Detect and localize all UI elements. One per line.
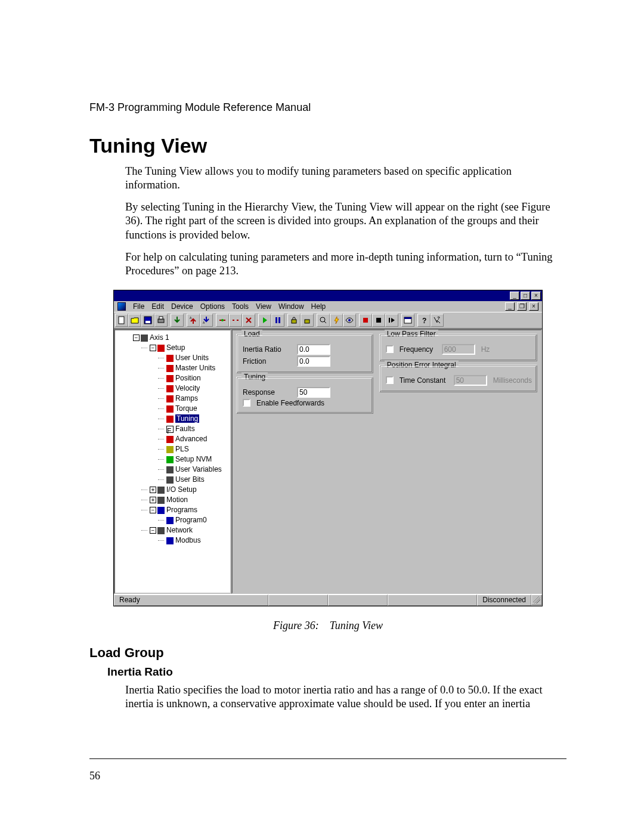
menu-help[interactable]: Help	[311, 302, 326, 311]
tree-item[interactable]: PLS	[175, 445, 189, 453]
pause-icon[interactable]	[271, 314, 284, 327]
mdi-restore-icon[interactable]: ❐	[517, 302, 527, 311]
modbus-icon	[166, 537, 174, 544]
close-icon[interactable]: ×	[531, 292, 541, 300]
stop-icon[interactable]	[372, 314, 385, 327]
friction-input[interactable]	[297, 356, 330, 367]
program-icon	[166, 517, 174, 524]
collapse-icon[interactable]: −	[133, 335, 140, 341]
menu-window[interactable]: Window	[278, 302, 304, 311]
tree-setup[interactable]: Setup	[166, 343, 185, 352]
tree-io[interactable]: I/O Setup	[166, 485, 197, 494]
tree-item[interactable]: Torque	[175, 404, 197, 413]
frequency-input	[442, 344, 475, 355]
upload-arrow-icon[interactable]: A	[187, 314, 200, 327]
group-legend: Low Pass Filter	[385, 330, 438, 338]
open-icon[interactable]	[128, 314, 141, 327]
svg-text:A: A	[190, 316, 192, 320]
save-icon[interactable]	[141, 314, 154, 327]
resize-grip-icon[interactable]	[531, 594, 542, 605]
var-icon	[166, 466, 174, 473]
figure: _ □ × File Edit Device Options Tools Vie…	[113, 290, 543, 606]
subsub-title: Inertia Ratio	[107, 665, 566, 679]
tree-axis[interactable]: Axis 1	[150, 333, 169, 342]
status-ready: Ready	[114, 594, 268, 606]
inertia-input[interactable]	[297, 344, 330, 355]
connect-icon[interactable]	[216, 314, 229, 327]
tree-item[interactable]: Position	[175, 374, 201, 382]
collapse-icon[interactable]: −	[150, 527, 156, 534]
window-icon[interactable]	[401, 314, 414, 327]
app-icon	[117, 302, 126, 311]
menu-edit[interactable]: Edit	[151, 302, 164, 311]
context-help-icon[interactable]: ?	[431, 314, 444, 327]
tree-program0[interactable]: Program0	[175, 516, 207, 524]
watch-icon[interactable]	[343, 314, 356, 327]
mdi-close-icon[interactable]: ×	[529, 302, 538, 311]
node-icon	[166, 395, 174, 402]
response-label: Response	[243, 388, 293, 397]
tree-item[interactable]: Ramps	[175, 394, 198, 402]
tree-item[interactable]: User Units	[175, 354, 209, 362]
expand-icon[interactable]: +	[150, 497, 156, 503]
tree-item[interactable]: User Variables	[175, 465, 222, 473]
group-tuning: Tuning Response Enable Feedforwards	[236, 377, 373, 414]
lock-icon[interactable]	[287, 314, 301, 327]
minimize-icon[interactable]: _	[510, 292, 519, 300]
pei-enable-checkbox[interactable]	[386, 376, 394, 384]
tree-item[interactable]: Advanced	[175, 435, 207, 443]
io-icon	[157, 487, 165, 494]
tree-item[interactable]: Setup NVM	[175, 455, 212, 463]
pls-icon	[166, 446, 174, 453]
tree-item-tuning[interactable]: Tuning	[175, 414, 199, 423]
unlock-icon[interactable]	[301, 314, 314, 327]
response-input[interactable]	[297, 387, 330, 398]
svg-text:?: ?	[422, 317, 426, 324]
flash-icon[interactable]	[330, 314, 343, 327]
svg-rect-11	[305, 320, 309, 323]
menu-device[interactable]: Device	[171, 302, 193, 311]
hierarchy-tree[interactable]: −Axis 1 −Setup User Units Master Units P…	[114, 329, 231, 594]
collapse-icon[interactable]: −	[150, 507, 156, 513]
lpf-enable-checkbox[interactable]	[386, 345, 394, 353]
menu-options[interactable]: Options	[200, 302, 225, 311]
menu-file[interactable]: File	[133, 302, 144, 311]
frequency-unit: Hz	[481, 345, 490, 354]
red-square-icon[interactable]	[359, 314, 372, 327]
help-icon[interactable]: ?	[417, 314, 431, 327]
group-load: Load Inertia Ratio Friction	[236, 334, 373, 373]
tree-item[interactable]: User Bits	[175, 475, 205, 484]
svg-rect-3	[158, 319, 164, 323]
step-icon[interactable]	[385, 314, 398, 327]
expand-icon[interactable]: +	[150, 487, 156, 493]
maximize-icon[interactable]: □	[521, 292, 530, 300]
mdi-minimize-icon[interactable]: _	[505, 302, 515, 311]
inertia-label: Inertia Ratio	[243, 345, 293, 354]
download-arrow-icon[interactable]: A	[200, 314, 213, 327]
tree-modbus[interactable]: Modbus	[175, 536, 201, 544]
menu-tools[interactable]: Tools	[232, 302, 249, 311]
tree-item[interactable]: Faults	[175, 425, 195, 433]
tree-motion[interactable]: Motion	[166, 496, 188, 504]
run-icon[interactable]	[258, 314, 271, 327]
delete-icon[interactable]	[242, 314, 255, 327]
disconnect-icon[interactable]	[229, 314, 242, 327]
feedfwd-checkbox[interactable]	[243, 399, 250, 407]
zoom-in-icon[interactable]	[317, 314, 330, 327]
download-icon[interactable]	[171, 314, 184, 327]
setup-icon	[157, 345, 165, 352]
print-icon[interactable]	[154, 314, 168, 327]
new-icon[interactable]	[115, 314, 128, 327]
feedfwd-label: Enable Feedforwards	[256, 399, 324, 407]
tree-item[interactable]: Master Units	[175, 364, 215, 372]
menu-view[interactable]: View	[256, 302, 271, 311]
group-legend: Position Error Integral	[385, 361, 459, 369]
tree-programs[interactable]: Programs	[166, 506, 197, 514]
tree-network[interactable]: Network	[166, 526, 193, 534]
svg-rect-15	[376, 318, 381, 323]
node-icon	[166, 365, 174, 372]
collapse-icon[interactable]: −	[150, 345, 156, 351]
menu-bar: File Edit Device Options Tools View Wind…	[114, 301, 542, 312]
group-legend: Tuning	[242, 373, 268, 381]
tree-item[interactable]: Velocity	[175, 384, 200, 392]
